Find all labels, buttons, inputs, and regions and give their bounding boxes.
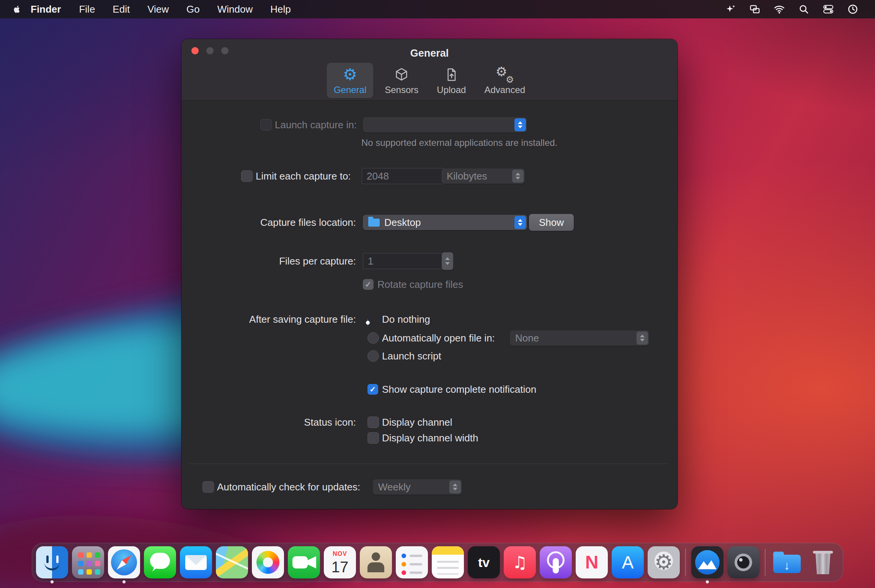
rotate-files-checkbox[interactable] <box>363 279 374 290</box>
gears-icon: ⚙⚙ <box>496 66 514 83</box>
airtool-icon <box>691 546 723 578</box>
capture-location-popup[interactable]: Desktop <box>363 215 527 230</box>
messages-dock-icon[interactable] <box>144 546 176 578</box>
camera-app-dock-icon[interactable] <box>727 546 759 578</box>
systemprefs-icon: ⚙ <box>648 546 680 578</box>
trash-icon <box>807 546 839 578</box>
menu-go[interactable]: Go <box>178 3 209 15</box>
limit-capture-checkbox[interactable] <box>241 170 253 182</box>
settings-panel: Launch capture in: No supported external… <box>181 100 677 509</box>
maps-dock-icon[interactable] <box>216 546 248 578</box>
news-dock-icon[interactable]: N <box>576 546 608 578</box>
control-center-icon[interactable] <box>816 0 841 18</box>
dock: NOV17tv♫NA⚙↓ <box>32 543 843 582</box>
mail-dock-icon[interactable] <box>180 546 212 578</box>
tab-advanced[interactable]: ⚙⚙ Advanced <box>477 63 532 98</box>
reminders-dock-icon[interactable] <box>396 546 428 578</box>
mail-icon <box>180 546 212 578</box>
notification-checkbox[interactable] <box>367 384 378 395</box>
files-per-capture-field[interactable]: 1 <box>363 253 446 269</box>
calendar-dock-icon[interactable]: NOV17 <box>324 546 356 578</box>
appletv-icon: tv <box>468 546 500 578</box>
sparkle-icon[interactable] <box>718 0 743 18</box>
preferences-window: General ⚙ General Sensors <box>181 39 677 509</box>
running-indicator <box>122 580 126 583</box>
status-icon-row-1: Status icon: Display channel <box>181 415 677 430</box>
safari-icon <box>108 546 140 578</box>
clock-icon[interactable] <box>841 0 865 18</box>
apple-menu-icon[interactable] <box>0 0 31 18</box>
tab-general-label: General <box>334 85 366 95</box>
check-updates-checkbox[interactable] <box>202 481 214 493</box>
show-button[interactable]: Show <box>529 214 574 231</box>
reminders-icon <box>396 546 428 578</box>
limit-unit-popup[interactable]: Kilobytes <box>441 168 525 184</box>
running-indicator <box>51 580 54 583</box>
display-channel-checkbox[interactable] <box>367 416 379 428</box>
section-divider <box>189 464 669 464</box>
open-file-popup[interactable]: None <box>510 330 649 346</box>
notes-dock-icon[interactable] <box>432 546 464 578</box>
after-saving-row-1: After saving capture file: Do nothing <box>181 312 677 327</box>
open-file-label: Automatically open file in: <box>382 332 495 344</box>
appletv-dock-icon[interactable]: tv <box>468 546 500 578</box>
messages-icon <box>144 546 176 578</box>
facetime-icon <box>288 546 320 578</box>
safari-dock-icon[interactable] <box>108 546 140 578</box>
window-titlebar[interactable]: General ⚙ General Sensors <box>181 39 677 100</box>
finder-dock-icon[interactable] <box>36 546 68 578</box>
after-saving-label: After saving capture file: <box>181 314 356 325</box>
status-icon-label: Status icon: <box>181 416 356 428</box>
folder-icon <box>368 219 380 227</box>
photos-dock-icon[interactable] <box>252 546 284 578</box>
launch-script-radio[interactable] <box>367 350 379 362</box>
active-app-menu[interactable]: Finder <box>31 3 70 15</box>
menu-help[interactable]: Help <box>261 3 299 15</box>
limit-size-field[interactable]: 2048 <box>362 168 444 184</box>
contacts-dock-icon[interactable] <box>360 546 392 578</box>
downloads-dock-icon[interactable]: ↓ <box>771 546 803 578</box>
launch-capture-popup[interactable] <box>363 117 527 132</box>
podcasts-dock-icon[interactable] <box>540 546 572 578</box>
windows-icon[interactable] <box>743 0 767 18</box>
files-per-capture-stepper[interactable] <box>442 252 453 270</box>
music-dock-icon[interactable]: ♫ <box>504 546 536 578</box>
menu-bar: Finder FileEditViewGoWindowHelp <box>0 0 875 18</box>
menu-file[interactable]: File <box>70 3 104 15</box>
facetime-dock-icon[interactable] <box>288 546 320 578</box>
dock-divider <box>685 549 686 576</box>
updates-interval-popup[interactable]: Weekly <box>373 479 462 495</box>
launch-capture-label: Launch capture in: <box>275 119 357 131</box>
podcasts-icon <box>540 546 572 578</box>
appstore-dock-icon[interactable]: A <box>612 546 644 578</box>
launch-capture-checkbox[interactable] <box>260 119 272 131</box>
after-saving-row-3: Launch script <box>181 348 677 364</box>
systemprefs-dock-icon[interactable]: ⚙ <box>648 546 680 578</box>
downloads-icon: ↓ <box>771 546 803 578</box>
do-nothing-radio[interactable] <box>367 319 368 326</box>
launchpad-icon <box>72 546 104 578</box>
tab-sensors-label: Sensors <box>385 85 418 95</box>
tab-general[interactable]: ⚙ General <box>327 63 373 98</box>
popup-stepper-icon <box>514 118 526 131</box>
launchpad-dock-icon[interactable] <box>72 546 104 578</box>
wifi-icon[interactable] <box>767 0 792 18</box>
desktop: Finder FileEditViewGoWindowHelp General … <box>0 0 875 588</box>
open-file-radio[interactable] <box>367 332 379 344</box>
popup-stepper-icon <box>449 480 461 493</box>
tab-sensors[interactable]: Sensors <box>378 63 425 98</box>
launch-capture-row: Launch capture in: <box>181 117 677 132</box>
search-icon[interactable] <box>792 0 816 18</box>
menu-view[interactable]: View <box>139 3 178 15</box>
tab-upload[interactable]: Upload <box>430 63 473 98</box>
menu-edit[interactable]: Edit <box>104 3 139 15</box>
airtool-dock-icon[interactable] <box>691 546 723 578</box>
menu-window[interactable]: Window <box>209 3 261 15</box>
limit-capture-row: Limit each capture to: 2048 Kilobytes <box>181 168 677 184</box>
trash-dock-icon[interactable] <box>807 546 839 578</box>
after-saving-row-2: Automatically open file in: None <box>181 330 677 346</box>
camera-app-icon <box>727 546 759 578</box>
launch-capture-note: No supported external applications are i… <box>361 137 557 148</box>
display-channel-width-checkbox[interactable] <box>367 432 379 444</box>
popup-stepper-icon <box>637 332 648 345</box>
